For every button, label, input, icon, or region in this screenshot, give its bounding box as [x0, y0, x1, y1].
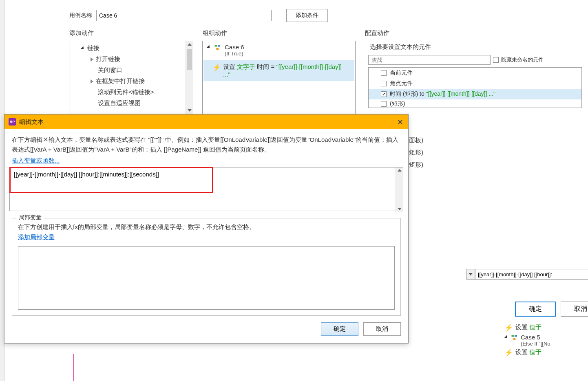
hide-unnamed-checkbox[interactable] [493, 57, 499, 63]
search-input[interactable] [368, 55, 491, 65]
svg-rect-2 [216, 48, 219, 50]
set-value-row-2[interactable]: ⚡ 设置 值于 [504, 348, 588, 358]
app-icon: RP [9, 118, 16, 126]
org-action-label: 组织动作 [203, 29, 227, 37]
svg-rect-0 [215, 45, 217, 47]
local-vars-legend: 局部变量 [16, 214, 44, 221]
close-icon[interactable]: ✕ [397, 118, 403, 127]
expression-textarea[interactable] [9, 167, 403, 211]
guide-line [73, 354, 74, 381]
add-action-panel: 链接 打开链接 关闭窗口 在框架中打开链接 滚动到元件<锚链接> 设置自适应视图 [69, 41, 193, 114]
chevron-down-icon [504, 335, 508, 339]
lightning-icon: ⚡ [504, 324, 513, 332]
tree-root-links[interactable]: 链接 [69, 43, 193, 54]
tree-item-scroll-to[interactable]: 滚动到元件<锚链接> [69, 87, 193, 98]
chevron-down-icon [206, 45, 211, 49]
widget-list: 当前元件 焦点元件 时间 (矩形) to "[[year]]-[[month]]… [368, 67, 582, 108]
list-item[interactable]: 当前元件 [369, 68, 581, 78]
checkbox[interactable] [381, 81, 387, 86]
case-title: Case 6 [225, 44, 244, 51]
local-vars-fieldset: 局部变量 在下方创建用于插入fx的局部变量，局部变量名称必须是字母、数字，不允许… [12, 218, 401, 316]
add-action-label: 添加动作 [69, 29, 94, 37]
chevron-right-icon [91, 79, 93, 84]
dropdown-button[interactable] [466, 269, 475, 280]
svg-rect-3 [512, 335, 514, 337]
modal-titlebar[interactable]: RP 编辑文本 ✕ [4, 115, 408, 129]
scrollbar[interactable] [396, 167, 403, 212]
tree-item-set-adaptive[interactable]: 设置自适应视图 [69, 98, 193, 109]
case5-row[interactable]: Case 5 (Else If "[[No [504, 333, 588, 348]
case-header[interactable]: Case 6 (If True) [203, 41, 355, 59]
tree-item-open-link[interactable]: 打开链接 [69, 54, 193, 65]
local-vars-desc: 在下方创建用于插入fx的局部变量，局部变量名称必须是字母、数字，不允许包含空格。 [18, 223, 395, 231]
chevron-down-icon [469, 273, 473, 275]
tree-item-close-window[interactable]: 关闭窗口 [69, 65, 193, 76]
scroll-up-icon[interactable] [398, 169, 402, 172]
hide-unnamed-label: 隐藏未命名的元件 [501, 56, 544, 64]
svg-rect-4 [515, 335, 517, 337]
add-condition-button[interactable]: 添加条件 [286, 9, 328, 22]
organize-action-panel: Case 6 (If True) ⚡ 设置 文字于 时间 = "[[year]]… [202, 41, 356, 114]
list-item[interactable]: 焦点元件 [369, 78, 581, 89]
modal-description: 在下方编辑区输入文本，变量名称或表达式要写在 "[[""]]" 中。例如：插入变… [12, 135, 401, 154]
edit-text-modal: RP 编辑文本 ✕ 在下方编辑区输入文本，变量名称或表达式要写在 "[[""]]… [4, 114, 409, 344]
tree-item-open-in-frame[interactable]: 在框架中打开链接 [69, 76, 193, 87]
select-widgets-label: 选择要设置文本的元件 [370, 43, 580, 51]
svg-rect-5 [513, 338, 515, 340]
case-icon [214, 44, 221, 51]
right-case-list: ⚡ 设置 值于 Case 5 (Else If "[[No ⚡ 设置 值于 [504, 323, 588, 358]
checkbox[interactable] [381, 101, 387, 107]
scroll-down-icon[interactable] [398, 208, 402, 210]
set-value-row[interactable]: ⚡ 设置 值于 [504, 323, 588, 333]
configure-action-panel: 选择要设置文本的元件 隐藏未命名的元件 当前元件 焦点元件 时间 (矩形) to… [365, 41, 585, 114]
chevron-right-icon [91, 57, 93, 62]
scrollbar[interactable] [186, 41, 193, 114]
cancel-button[interactable]: 取消 [363, 322, 401, 336]
svg-rect-1 [218, 45, 220, 47]
ok-button[interactable]: 确定 [321, 322, 358, 336]
action-tree: 链接 打开链接 关闭窗口 在框架中打开链接 滚动到元件<锚链接> 设置自适应视图 [69, 41, 193, 110]
local-vars-area[interactable] [18, 246, 395, 310]
ok-button[interactable]: 确定 [515, 302, 556, 317]
add-local-var-link[interactable]: 添加局部变量 [18, 233, 55, 240]
insert-variable-link[interactable]: 插入变量或函数... [12, 157, 60, 164]
lightning-icon: ⚡ [212, 63, 221, 72]
right-partial-items: 面板) 矩形) 矩形) [409, 134, 423, 171]
case-name-input[interactable] [96, 10, 272, 21]
config-action-label: 配置动作 [365, 29, 389, 37]
cancel-button[interactable]: 取消 [561, 302, 588, 317]
list-item-partial[interactable]: (矩形) [369, 99, 581, 108]
case-action-text: 设置 文字于 时间 = "[[year]]-[[month]]-[[day]] … [223, 63, 350, 78]
lightning-icon: ⚡ [504, 348, 513, 357]
case-name-label: 用例名称 [69, 12, 92, 19]
list-item-selected[interactable]: 时间 (矩形) to "[[year]]-[[month]]-[[day]] .… [369, 89, 581, 99]
checkbox-checked[interactable] [381, 91, 387, 97]
case-condition: (If True) [225, 51, 244, 57]
case-name-row: 用例名称 添加条件 [69, 9, 328, 22]
scrollbar-thumb[interactable] [187, 49, 192, 70]
chevron-down-icon [80, 46, 85, 51]
modal-title: 编辑文本 [19, 118, 44, 126]
case-icon [511, 334, 518, 341]
checkbox[interactable] [381, 70, 387, 76]
case-action-row[interactable]: ⚡ 设置 文字于 时间 = "[[year]]-[[month]]-[[day]… [203, 60, 354, 81]
value-input[interactable] [475, 269, 588, 280]
